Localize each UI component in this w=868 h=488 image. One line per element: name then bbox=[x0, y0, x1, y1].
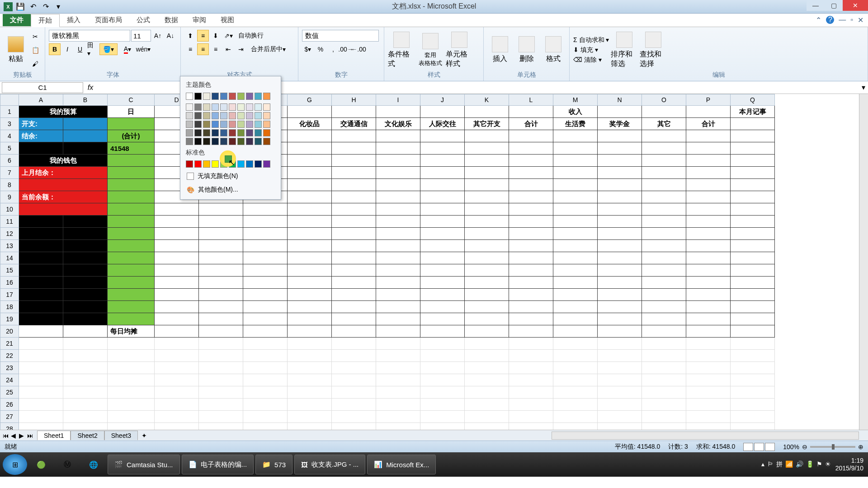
cell[interactable] bbox=[509, 216, 553, 228]
sheet-tab-2[interactable]: Sheet2 bbox=[71, 431, 104, 440]
cell[interactable] bbox=[108, 240, 155, 252]
cell[interactable] bbox=[63, 264, 108, 277]
cell[interactable] bbox=[420, 106, 465, 118]
cell[interactable] bbox=[155, 386, 199, 399]
cell[interactable] bbox=[731, 301, 775, 313]
cell[interactable] bbox=[686, 423, 731, 430]
cell[interactable] bbox=[509, 313, 553, 325]
color-swatch[interactable] bbox=[212, 160, 219, 168]
insert-cells-button[interactable]: 插入 bbox=[487, 36, 512, 64]
cell[interactable] bbox=[155, 277, 199, 289]
cell[interactable] bbox=[598, 130, 642, 142]
start-button[interactable]: ⊞ bbox=[3, 454, 27, 475]
color-swatch[interactable] bbox=[255, 112, 262, 119]
cell[interactable] bbox=[465, 106, 509, 118]
taskbar-app[interactable]: 📄电子表格的编... bbox=[182, 455, 254, 474]
cell[interactable] bbox=[642, 130, 686, 142]
cell[interactable] bbox=[288, 325, 332, 338]
cell[interactable] bbox=[642, 277, 686, 289]
maximize-button[interactable]: ▢ bbox=[825, 0, 843, 11]
cell[interactable] bbox=[243, 252, 288, 264]
cell[interactable] bbox=[288, 399, 332, 411]
cell[interactable]: 奖学金 bbox=[598, 118, 642, 130]
cell[interactable] bbox=[553, 277, 598, 289]
cell[interactable] bbox=[376, 386, 420, 399]
tray-action-icon[interactable]: ⚑ bbox=[816, 460, 822, 469]
increase-indent-icon[interactable]: ⇥ bbox=[235, 43, 247, 55]
color-swatch[interactable] bbox=[194, 129, 202, 136]
color-swatch[interactable] bbox=[246, 121, 253, 128]
conditional-format-button[interactable]: 条件格式 bbox=[388, 32, 415, 69]
col-header-K[interactable]: K bbox=[465, 94, 509, 106]
cell[interactable] bbox=[686, 350, 731, 362]
cell[interactable] bbox=[420, 386, 465, 399]
row-header-7[interactable]: 7 bbox=[0, 167, 19, 179]
cell[interactable] bbox=[642, 191, 686, 203]
taskbar-app[interactable]: 🎬Camtasia Stu... bbox=[108, 455, 180, 474]
color-swatch[interactable] bbox=[212, 103, 219, 111]
col-header-A[interactable]: A bbox=[19, 94, 63, 106]
increase-decimal-icon[interactable]: .00→ bbox=[340, 43, 352, 55]
cell[interactable] bbox=[199, 362, 243, 374]
color-swatch[interactable] bbox=[246, 93, 253, 100]
cell[interactable] bbox=[108, 216, 155, 228]
row-header-11[interactable]: 11 bbox=[0, 216, 19, 228]
cell[interactable] bbox=[332, 313, 376, 325]
cell[interactable] bbox=[332, 167, 376, 179]
row-header-4[interactable]: 4 bbox=[0, 130, 19, 142]
cell[interactable] bbox=[420, 142, 465, 155]
cell[interactable] bbox=[19, 228, 63, 240]
cell[interactable] bbox=[420, 399, 465, 411]
cell[interactable]: 我的预算 bbox=[19, 106, 108, 118]
color-swatch[interactable] bbox=[255, 93, 262, 100]
color-swatch[interactable] bbox=[229, 138, 236, 145]
cell[interactable] bbox=[642, 155, 686, 167]
cell[interactable] bbox=[598, 350, 642, 362]
cell[interactable] bbox=[509, 289, 553, 301]
cell[interactable] bbox=[376, 399, 420, 411]
cell[interactable] bbox=[509, 386, 553, 399]
color-swatch[interactable] bbox=[229, 93, 236, 100]
cell[interactable] bbox=[376, 130, 420, 142]
cell[interactable] bbox=[19, 325, 63, 338]
cell[interactable] bbox=[642, 350, 686, 362]
col-header-O[interactable]: O bbox=[642, 94, 686, 106]
cell[interactable] bbox=[155, 216, 199, 228]
cell[interactable] bbox=[288, 313, 332, 325]
align-bottom-icon[interactable]: ⬇ bbox=[210, 30, 222, 42]
increase-font-icon[interactable]: A↑ bbox=[152, 30, 164, 42]
align-middle-icon[interactable]: ≡ bbox=[197, 30, 209, 42]
tray-network-icon[interactable]: 📶 bbox=[785, 460, 793, 469]
cell[interactable] bbox=[731, 179, 775, 191]
cell[interactable] bbox=[332, 130, 376, 142]
cell[interactable] bbox=[509, 228, 553, 240]
expand-formula-bar-icon[interactable]: ▾ bbox=[862, 83, 865, 92]
col-header-J[interactable]: J bbox=[420, 94, 465, 106]
row-header-20[interactable]: 20 bbox=[0, 325, 19, 338]
cell[interactable] bbox=[63, 289, 108, 301]
tray-ime-icon[interactable]: 拼 bbox=[776, 460, 783, 469]
cell[interactable] bbox=[199, 216, 243, 228]
color-swatch[interactable] bbox=[229, 121, 236, 128]
tab-formulas[interactable]: 公式 bbox=[129, 14, 157, 26]
cell[interactable]: 生活费 bbox=[553, 118, 598, 130]
cell[interactable]: 本月记事 bbox=[731, 106, 775, 118]
cell[interactable] bbox=[420, 191, 465, 203]
cell[interactable] bbox=[686, 216, 731, 228]
color-swatch[interactable] bbox=[212, 121, 219, 128]
underline-button[interactable]: U bbox=[74, 43, 86, 55]
cell[interactable] bbox=[243, 374, 288, 386]
qat-dropdown-icon[interactable]: ▾ bbox=[53, 2, 63, 12]
cell[interactable] bbox=[465, 277, 509, 289]
cell[interactable] bbox=[553, 167, 598, 179]
cell[interactable] bbox=[376, 338, 420, 350]
cell[interactable] bbox=[19, 374, 63, 386]
cell[interactable] bbox=[376, 179, 420, 191]
cell[interactable] bbox=[199, 374, 243, 386]
col-header-Q[interactable]: Q bbox=[731, 94, 775, 106]
cell[interactable] bbox=[332, 301, 376, 313]
cell[interactable] bbox=[642, 374, 686, 386]
color-swatch[interactable] bbox=[212, 138, 219, 145]
cell[interactable] bbox=[686, 228, 731, 240]
cell[interactable] bbox=[509, 179, 553, 191]
